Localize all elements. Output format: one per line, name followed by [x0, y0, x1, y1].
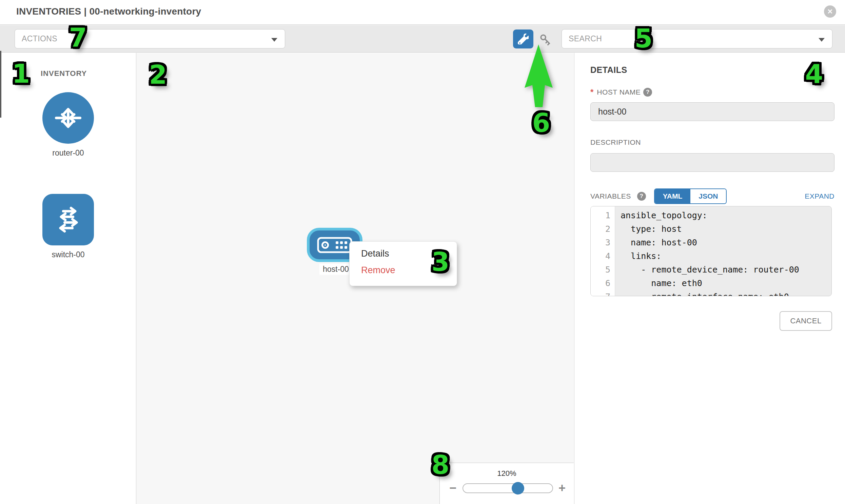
expand-link[interactable]: EXPAND [805, 192, 834, 200]
key-button[interactable] [539, 33, 553, 47]
variables-row: VARIABLES ? YAML JSON EXPAND [591, 188, 834, 204]
palette-item-label: switch-00 [42, 250, 94, 259]
variables-editor[interactable]: 1ansible_topology: 2 type: host 3 name: … [591, 206, 832, 296]
context-menu-item-remove[interactable]: Remove [361, 265, 457, 275]
search-dropdown[interactable]: SEARCH [562, 29, 832, 49]
zoom-level-value: 120% [440, 469, 574, 478]
editor-line: 5 - remote_device_name: router-00 [591, 263, 831, 276]
required-marker: * [591, 87, 593, 97]
inventory-topology-app: INVENTORIES | 00-networking-inventory ✕ … [0, 0, 845, 504]
close-icon[interactable]: ✕ [824, 5, 836, 18]
editor-line: 2 type: host [591, 222, 831, 236]
editor-line: 4 links: [591, 250, 831, 263]
zoom-slider-thumb[interactable] [512, 482, 524, 494]
tab-json[interactable]: JSON [690, 189, 726, 203]
switch-icon [42, 194, 94, 246]
host-name-input[interactable] [591, 102, 834, 121]
main-area: INVENTORY router-00 [0, 53, 845, 504]
page-title: INVENTORIES | 00-networking-inventory [16, 6, 201, 17]
editor-line: 6 name: eth0 [591, 276, 831, 290]
tools-button[interactable] [513, 30, 533, 49]
details-heading: DETAILS [591, 65, 627, 75]
description-label: DESCRIPTION [591, 138, 641, 146]
toolbar: ACTIONS SEARCH [0, 25, 845, 53]
node-context-menu: Details Remove [349, 241, 457, 286]
host-node-label: host-00 [319, 264, 352, 275]
header: INVENTORIES | 00-networking-inventory ✕ [0, 0, 845, 25]
wrench-icon [518, 34, 529, 44]
zoom-in-button[interactable]: + [559, 481, 566, 496]
variables-format-toggle: YAML JSON [654, 188, 727, 204]
router-icon [42, 92, 94, 144]
topology-canvas[interactable]: host-00 Details Remove 120% − + [136, 53, 574, 504]
key-icon [539, 33, 552, 47]
zoom-slider[interactable] [462, 483, 553, 493]
help-icon[interactable]: ? [643, 88, 652, 96]
description-input[interactable] [591, 153, 834, 172]
palette-item-label: router-00 [42, 148, 94, 158]
host-name-label: HOST NAME [597, 88, 640, 96]
actions-dropdown-label: ACTIONS [22, 34, 57, 43]
editor-line: 3 name: host-00 [591, 236, 831, 250]
host-server-icon [317, 237, 352, 253]
host-name-label-row: * HOST NAME ? [591, 87, 652, 97]
details-panel: DETAILS * HOST NAME ? DESCRIPTION VARIAB… [574, 53, 845, 504]
tab-yaml[interactable]: YAML [655, 189, 691, 203]
zoom-out-button[interactable]: − [449, 481, 456, 496]
palette-item-switch[interactable]: switch-00 [42, 194, 94, 259]
context-menu-item-details[interactable]: Details [361, 249, 457, 259]
editor-line: 7 remote_interface_name: eth0 [591, 290, 831, 296]
editor-line: 1ansible_topology: [591, 209, 831, 222]
description-label-row: DESCRIPTION [591, 138, 641, 146]
search-dropdown-label: SEARCH [569, 34, 602, 43]
inventory-sidebar: INVENTORY router-00 [0, 53, 136, 504]
sidebar-heading: INVENTORY [41, 69, 87, 78]
actions-dropdown[interactable]: ACTIONS [15, 29, 285, 49]
palette-item-router[interactable]: router-00 [42, 92, 94, 158]
cancel-button[interactable]: CANCEL [779, 311, 832, 331]
chevron-down-icon [271, 38, 277, 42]
sidebar-edge-mark [0, 51, 1, 118]
variables-label: VARIABLES [591, 192, 631, 200]
help-icon[interactable]: ? [637, 192, 646, 201]
chevron-down-icon [818, 38, 825, 42]
zoom-widget: 120% − + [439, 463, 574, 504]
